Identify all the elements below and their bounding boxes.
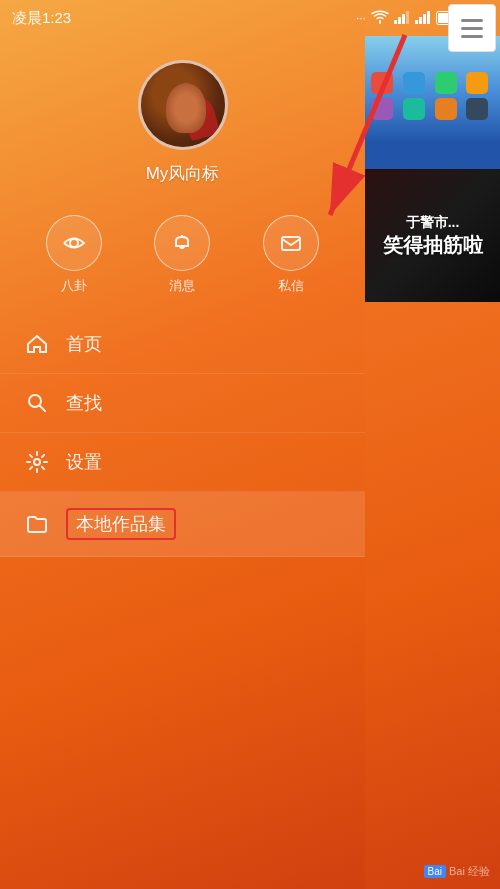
app-icon-5 xyxy=(371,98,393,120)
gossip-label: 八卦 xyxy=(61,277,87,295)
signal-dots-icon: ··· xyxy=(356,11,366,25)
bell-icon xyxy=(170,231,194,255)
svg-point-16 xyxy=(34,459,40,465)
svg-rect-3 xyxy=(406,11,409,24)
wifi-icon xyxy=(371,10,389,27)
svg-rect-0 xyxy=(394,20,397,24)
news-headline-top: 于警市... xyxy=(383,213,483,233)
local-works-label: 本地作品集 xyxy=(66,508,176,540)
right-panel: 于警市... 笑得抽筋啦 xyxy=(365,0,500,889)
dm-button[interactable]: 私信 xyxy=(263,215,319,295)
baidu-watermark: Bai Bai 经验 xyxy=(424,864,490,879)
app-icon-3 xyxy=(435,72,457,94)
avatar[interactable] xyxy=(138,60,228,150)
settings-label: 设置 xyxy=(66,450,102,474)
menu-item-home[interactable]: 首页 xyxy=(0,315,365,374)
search-label: 查找 xyxy=(66,391,102,415)
hamburger-icon xyxy=(461,19,483,38)
phone-screen-grid xyxy=(371,72,494,120)
svg-line-15 xyxy=(40,406,46,412)
svg-rect-6 xyxy=(423,14,426,24)
hamburger-line-3 xyxy=(461,35,483,38)
baidu-experience-text: Bai 经验 xyxy=(449,864,490,879)
status-bar: 凌晨1:23 ··· xyxy=(0,0,500,36)
news-headline-main: 笑得抽筋啦 xyxy=(383,232,483,258)
menu-button[interactable] xyxy=(448,4,496,52)
settings-icon xyxy=(24,449,50,475)
avatar-image xyxy=(141,63,225,147)
folder-icon xyxy=(24,511,50,537)
home-label: 首页 xyxy=(66,332,102,356)
screenshot-bottom: 于警市... 笑得抽筋啦 xyxy=(365,169,500,302)
svg-rect-13 xyxy=(282,237,300,250)
menu-item-local-works[interactable]: 本地作品集 xyxy=(0,492,365,557)
username: My风向标 xyxy=(146,162,220,185)
signal-bars-icon xyxy=(394,10,410,27)
svg-rect-2 xyxy=(402,14,405,24)
app-icon-1 xyxy=(371,72,393,94)
svg-rect-1 xyxy=(398,17,401,24)
dm-label: 私信 xyxy=(278,277,304,295)
eye-icon xyxy=(62,231,86,255)
messages-button[interactable]: 消息 xyxy=(154,215,210,295)
app-icon-6 xyxy=(403,98,425,120)
dm-icon-circle xyxy=(263,215,319,271)
app-icon-4 xyxy=(466,72,488,94)
messages-icon-circle xyxy=(154,215,210,271)
messages-label: 消息 xyxy=(169,277,195,295)
screenshot-top xyxy=(365,36,500,169)
menu-item-settings[interactable]: 设置 xyxy=(0,433,365,492)
svg-rect-4 xyxy=(415,20,418,24)
search-icon xyxy=(24,390,50,416)
news-overlay: 于警市... 笑得抽筋啦 xyxy=(365,169,500,302)
app-icon-2 xyxy=(403,72,425,94)
gossip-button[interactable]: 八卦 xyxy=(46,215,102,295)
svg-rect-5 xyxy=(419,17,422,24)
app-icon-7 xyxy=(435,98,457,120)
hamburger-line-1 xyxy=(461,19,483,22)
home-icon xyxy=(24,331,50,357)
mail-icon xyxy=(279,231,303,255)
svg-rect-7 xyxy=(427,11,430,24)
news-content: 于警市... 笑得抽筋啦 xyxy=(383,213,483,259)
hamburger-line-2 xyxy=(461,27,483,30)
app-icon-8 xyxy=(466,98,488,120)
status-time: 凌晨1:23 xyxy=(12,9,71,28)
icon-row: 八卦 消息 私信 xyxy=(0,205,365,315)
baidu-logo-text: Bai xyxy=(424,865,446,878)
signal-bars2-icon xyxy=(415,10,431,27)
sidebar: My风向标 八卦 消息 xyxy=(0,0,365,889)
gossip-icon-circle xyxy=(46,215,102,271)
menu-item-search[interactable]: 查找 xyxy=(0,374,365,433)
svg-point-11 xyxy=(70,239,78,247)
